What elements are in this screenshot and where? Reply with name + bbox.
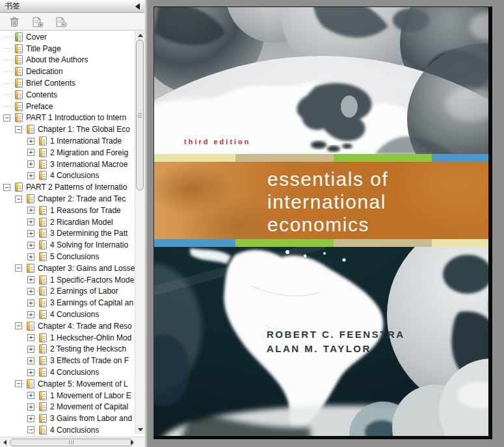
- expand-node-icon[interactable]: +: [27, 160, 34, 168]
- expand-node-icon[interactable]: +: [27, 403, 34, 411]
- expand-node-icon[interactable]: +: [27, 207, 34, 214]
- bookmark-item[interactable]: + 4 Conclusions: [0, 309, 135, 320]
- bookmark-item[interactable]: Contents: [0, 89, 135, 101]
- bookmark-item[interactable]: + 2 Testing the Hecksch: [0, 344, 135, 355]
- collapse-node-icon[interactable]: −: [27, 426, 34, 433]
- page-icon: [15, 90, 23, 99]
- bookmark-item[interactable]: Preface: [0, 101, 135, 112]
- bookmark-label: Preface: [26, 102, 53, 111]
- color-stripe-top: [154, 154, 492, 162]
- bookmark-item[interactable]: + 1 International Trade: [0, 135, 135, 147]
- expand-node-icon[interactable]: +: [27, 138, 34, 145]
- bookmark-item[interactable]: + 3 International Macroe: [0, 159, 135, 170]
- bookmark-item[interactable]: + 4 Solving for Internatio: [0, 239, 135, 251]
- bookmark-item[interactable]: + 3 Determining the Patt: [0, 228, 135, 240]
- expand-node-icon[interactable]: +: [27, 300, 34, 307]
- expand-node-icon[interactable]: +: [27, 346, 34, 353]
- bookmark-item[interactable]: Dedication: [0, 66, 135, 77]
- page-icon: [27, 125, 34, 134]
- expand-node-icon[interactable]: +: [27, 392, 34, 399]
- expand-node-icon[interactable]: +: [27, 172, 34, 179]
- bookmark-label: Title Page: [26, 44, 61, 53]
- bookmarks-toolbar: [0, 14, 144, 31]
- bookmark-item[interactable]: + 1 Movement of Labor E: [0, 390, 135, 402]
- collapse-node-icon[interactable]: −: [15, 264, 22, 272]
- page-icon: [39, 333, 47, 342]
- bookmark-item[interactable]: + 1 Reasons for Trade: [0, 205, 135, 216]
- collapse-panel-icon[interactable]: [135, 3, 140, 10]
- add-bookmark-button[interactable]: [31, 16, 44, 29]
- goto-bookmark-button[interactable]: [55, 16, 68, 29]
- page-icon: [39, 298, 47, 307]
- bookmark-label: 2 Migration and Foreig: [50, 148, 128, 157]
- scroll-right-button[interactable]: [128, 438, 137, 447]
- bookmark-item[interactable]: − Chapter 5: Movement of L: [0, 378, 135, 390]
- bookmark-item[interactable]: − Chapter 1: The Global Eco: [0, 123, 135, 135]
- bookmark-label: 4 Conclusions: [50, 426, 99, 435]
- bookmark-item[interactable]: + 4 Conclusions: [0, 366, 135, 378]
- collapse-node-icon[interactable]: −: [15, 196, 22, 203]
- expand-node-icon[interactable]: +: [27, 242, 34, 249]
- expand-node-icon[interactable]: +: [27, 230, 34, 237]
- tree-connector: +: [27, 297, 39, 309]
- collapse-node-icon[interactable]: −: [3, 114, 10, 121]
- scroll-down-button[interactable]: [135, 426, 145, 434]
- bookmark-item[interactable]: + 1 Heckscher-Ohlin Mod: [0, 332, 135, 344]
- scroll-left-button[interactable]: [1, 438, 9, 447]
- bookmark-item[interactable]: − Chapter 4: Trade and Reso: [0, 320, 135, 332]
- expand-node-icon[interactable]: +: [27, 357, 34, 364]
- bookmark-label: 2 Ricardian Model: [50, 218, 113, 227]
- collapse-node-icon[interactable]: −: [15, 380, 22, 387]
- expand-node-icon[interactable]: +: [27, 334, 34, 341]
- collapse-node-icon[interactable]: −: [15, 322, 22, 329]
- color-stripe-bottom: [154, 239, 492, 247]
- expand-node-icon[interactable]: +: [27, 311, 34, 318]
- tree-connector: +: [27, 205, 39, 216]
- expand-node-icon[interactable]: +: [27, 218, 34, 225]
- horizontal-scrollbar-thumb[interactable]: [10, 439, 133, 446]
- expand-node-icon[interactable]: +: [27, 415, 34, 422]
- page-icon: [39, 391, 47, 400]
- bookmark-item[interactable]: + 3 Effects of Trade on F: [0, 355, 135, 366]
- bookmark-label: 1 Reasons for Trade: [50, 206, 121, 215]
- expand-node-icon[interactable]: +: [27, 288, 34, 295]
- expand-node-icon[interactable]: +: [27, 149, 34, 156]
- collapse-node-icon[interactable]: −: [3, 184, 10, 191]
- bookmark-item[interactable]: + 3 Gains from Labor and: [0, 413, 135, 424]
- tree-connector: −: [15, 262, 27, 274]
- tree-connector: +: [27, 170, 39, 182]
- bookmark-item[interactable]: + 5 Conclusions: [0, 251, 135, 262]
- bookmark-item[interactable]: + 2 Movement of Capital: [0, 402, 135, 413]
- bookmark-item[interactable]: − PART 1 Introduction to Intern: [0, 112, 135, 124]
- vertical-scrollbar-thumb[interactable]: [136, 40, 144, 190]
- scroll-up-button[interactable]: [135, 31, 145, 40]
- bookmark-item[interactable]: + 2 Earnings of Labor: [0, 286, 135, 298]
- expand-node-icon[interactable]: +: [27, 276, 34, 283]
- bookmark-item[interactable]: − PART 2 Patterns of Internatio: [0, 181, 135, 193]
- expand-node-icon[interactable]: +: [27, 369, 34, 376]
- bookmark-item[interactable]: + 2 Migration and Foreig: [0, 147, 135, 159]
- vertical-scrollbar[interactable]: [135, 31, 144, 434]
- document-viewport[interactable]: third edition essentials of internationa…: [148, 0, 504, 447]
- bookmark-item[interactable]: − 4 Conclusions: [0, 424, 135, 436]
- bookmark-item[interactable]: Cover: [0, 31, 135, 43]
- page-icon: [39, 160, 47, 169]
- expand-node-icon[interactable]: +: [27, 253, 34, 261]
- bookmark-item[interactable]: Brief Contents: [0, 77, 135, 89]
- page-icon: [27, 379, 34, 389]
- bookmark-item[interactable]: + 4 Conclusions: [0, 170, 135, 182]
- bookmark-item[interactable]: + 3 Earnings of Capital an: [0, 297, 135, 309]
- book-title-line: economics: [267, 213, 388, 236]
- horizontal-scrollbar[interactable]: [0, 437, 144, 447]
- bookmark-item[interactable]: + 2 Ricardian Model: [0, 216, 135, 228]
- book-title-line: international: [267, 190, 388, 213]
- bookmark-item[interactable]: + 1 Specific-Factors Mode: [0, 274, 135, 286]
- bookmark-item[interactable]: Title Page: [0, 43, 135, 55]
- bookmark-item[interactable]: About the Authors: [0, 55, 135, 66]
- bookmark-item[interactable]: − Chapter 2: Trade and Tec: [0, 193, 135, 205]
- collapse-node-icon[interactable]: −: [15, 126, 22, 133]
- bookmark-label: 1 Heckscher-Ohlin Mod: [50, 333, 131, 342]
- document-page[interactable]: third edition essentials of internationa…: [153, 6, 492, 439]
- bookmark-item[interactable]: − Chapter 3: Gains and Losse: [0, 262, 135, 274]
- delete-bookmark-button[interactable]: [8, 16, 21, 29]
